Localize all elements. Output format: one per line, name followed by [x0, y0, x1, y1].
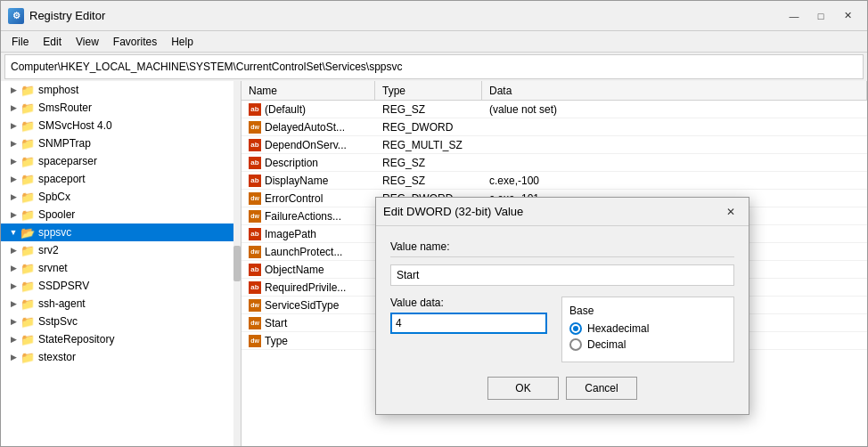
value-name-label: Value name:	[390, 240, 734, 253]
data-row-description[interactable]: ab Description REG_SZ	[242, 154, 867, 172]
row-name: dw Start	[242, 314, 375, 331]
value-data-input[interactable]	[390, 313, 547, 334]
tree-item-srvnet[interactable]: ▶ 📁 srvnet	[1, 259, 241, 277]
tree-scrollbar[interactable]	[233, 81, 241, 446]
dialog-buttons: OK Cancel	[390, 377, 734, 400]
divider	[390, 256, 734, 257]
tree-item-label: StateRepository	[38, 333, 114, 345]
tree-item-snmptrap[interactable]: ▶ 📁 SNMPTrap	[1, 134, 241, 152]
tree-arrow: ▶	[8, 174, 19, 184]
tree-arrow: ▼	[8, 227, 19, 238]
registry-editor-window: ⚙ Registry Editor — □ ✕ File Edit View F…	[0, 0, 868, 447]
tree-arrow: ▶	[8, 138, 19, 149]
menu-bar: File Edit View Favorites Help	[1, 31, 867, 53]
tree-item-label: smphost	[38, 84, 78, 96]
row-name: ab DisplayName	[242, 172, 375, 189]
radio-dec-btn	[569, 338, 582, 351]
base-section: Base Hexadecimal Decimal	[561, 297, 734, 362]
tree-item-label: Spooler	[38, 208, 75, 221]
tree-item-sshagent[interactable]: ▶ 📁 ssh-agent	[1, 295, 241, 313]
row-name: dw FailureActions...	[242, 207, 375, 224]
folder-icon: 📁	[20, 261, 35, 275]
data-row-displayname[interactable]: ab DisplayName REG_SZ c.exe,-100	[242, 172, 867, 190]
menu-view[interactable]: View	[69, 34, 106, 50]
dialog-close-button[interactable]: ✕	[720, 202, 741, 222]
tree-arrow: ▶	[8, 245, 19, 256]
dialog-title: Edit DWORD (32-bit) Value	[383, 205, 720, 218]
tree-item-stexstor[interactable]: ▶ 📁 stexstor	[1, 348, 241, 366]
radio-hex-btn	[569, 322, 582, 335]
tree-arrow: ▶	[8, 209, 19, 220]
menu-file[interactable]: File	[4, 34, 36, 50]
folder-icon: 📁	[20, 332, 35, 346]
reg-icon-ab: ab	[249, 103, 261, 116]
folder-icon: 📁	[20, 136, 35, 150]
value-data-section: Value data:	[390, 297, 547, 362]
row-type: REG_SZ	[375, 172, 482, 189]
tree-item-spooler[interactable]: ▶ 📁 Spooler	[1, 206, 241, 224]
tree-item-label: spaceport	[38, 173, 86, 185]
tree-item-spbcx[interactable]: ▶ 📁 SpbCx	[1, 188, 241, 206]
tree-item-staterepository[interactable]: ▶ 📁 StateRepository	[1, 330, 241, 348]
tree-arrow: ▶	[8, 298, 19, 309]
tree-item-smsrouter[interactable]: ▶ 📁 SmsRouter	[1, 99, 241, 117]
close-button[interactable]: ✕	[835, 6, 860, 26]
row-data: c.exe,-100	[482, 172, 867, 189]
tree-item-spaceport[interactable]: ▶ 📁 spaceport	[1, 170, 241, 188]
reg-icon-dword: dw	[249, 299, 261, 312]
folder-icon: 📁	[20, 154, 35, 168]
tree-arrow: ▶	[8, 263, 19, 273]
tree-item-label: SMSvcHost 4.0	[38, 119, 112, 132]
ok-button[interactable]: OK	[487, 377, 559, 400]
maximize-button[interactable]: □	[808, 6, 833, 26]
data-row-delayedautostart[interactable]: dw DelayedAutoSt... REG_DWORD	[242, 118, 867, 136]
tree-item-label: srv2	[38, 244, 59, 256]
tree-item-label: sppsvc	[38, 226, 71, 239]
address-bar: Computer\HKEY_LOCAL_MACHINE\SYSTEM\Curre…	[4, 54, 864, 79]
row-name: dw LaunchProtect...	[242, 243, 375, 260]
data-row-default[interactable]: ab (Default) REG_SZ (value not set)	[242, 101, 867, 118]
menu-favorites[interactable]: Favorites	[106, 34, 164, 50]
minimize-button[interactable]: —	[782, 6, 807, 26]
value-data-label: Value data:	[390, 297, 547, 309]
col-header-name: Name	[242, 81, 375, 100]
tree-item-spaceparser[interactable]: ▶ 📁 spaceparser	[1, 152, 241, 170]
row-data: (value not set)	[482, 101, 867, 118]
tree-arrow: ▶	[8, 316, 19, 327]
folder-icon: 📁	[20, 297, 35, 311]
folder-icon: 📁	[20, 207, 35, 222]
folder-icon: 📁	[20, 350, 35, 364]
tree-arrow: ▶	[8, 102, 19, 113]
radio-hexadecimal[interactable]: Hexadecimal	[569, 322, 726, 335]
tree-item-sstpsvc[interactable]: ▶ 📁 SstpSvc	[1, 313, 241, 330]
cancel-button[interactable]: Cancel	[566, 377, 637, 400]
tree-item-smsvhost[interactable]: ▶ 📁 SMSvcHost 4.0	[1, 117, 241, 134]
menu-edit[interactable]: Edit	[36, 34, 69, 50]
reg-icon-ab: ab	[249, 175, 261, 187]
radio-decimal[interactable]: Decimal	[569, 338, 726, 351]
col-header-type: Type	[375, 81, 482, 100]
tree-item-srv2[interactable]: ▶ 📁 srv2	[1, 241, 241, 259]
tree-item-label: SmsRouter	[38, 102, 92, 114]
tree-item-sppsvc[interactable]: ▼ 📂 sppsvc	[1, 224, 241, 241]
dialog-body: Value name: Start Value data: Base Hexad…	[376, 226, 749, 414]
value-name-display: Start	[390, 264, 734, 286]
row-name: ab Description	[242, 154, 375, 171]
tree-item-label: SSDPSRV	[38, 280, 89, 292]
reg-icon-dword: dw	[249, 335, 261, 347]
folder-icon: 📁	[20, 118, 35, 133]
tree-item-label: spaceparser	[38, 155, 97, 167]
folder-icon: 📂	[20, 225, 35, 240]
row-type: REG_SZ	[375, 101, 482, 118]
folder-icon: 📁	[20, 83, 35, 97]
tree-item-ssdpsrv[interactable]: ▶ 📁 SSDPSRV	[1, 277, 241, 295]
row-type: REG_MULTI_SZ	[375, 136, 482, 153]
menu-help[interactable]: Help	[164, 34, 201, 50]
reg-icon-dword: dw	[249, 192, 261, 205]
tree-item-smphost[interactable]: ▶ 📁 smphost	[1, 81, 241, 99]
app-icon: ⚙	[8, 8, 24, 24]
folder-icon: 📁	[20, 101, 35, 115]
data-row-dependonservice[interactable]: ab DependOnServ... REG_MULTI_SZ	[242, 136, 867, 154]
tree-arrow: ▶	[8, 280, 19, 291]
title-bar: ⚙ Registry Editor — □ ✕	[1, 1, 867, 31]
